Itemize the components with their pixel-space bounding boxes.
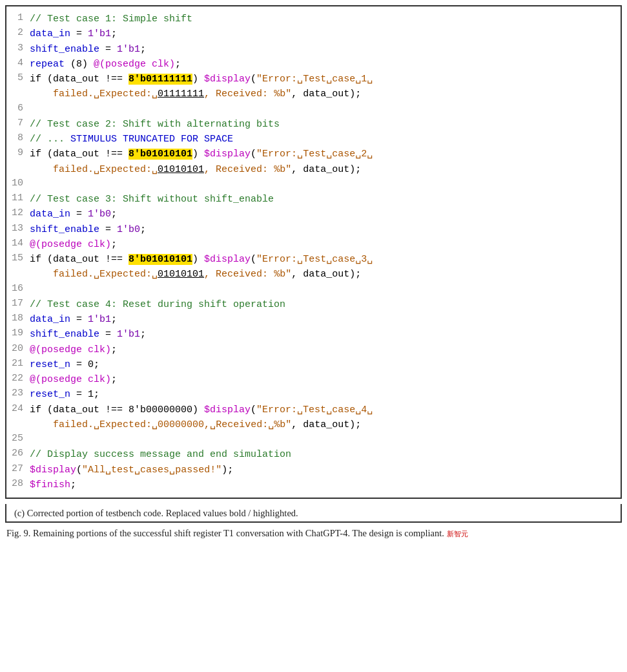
line-number: 10 xyxy=(6,177,30,192)
line-code: // Test case 4: Reset during shift opera… xyxy=(30,297,621,312)
caption-label: (c) Corrected portion of testbench code.… xyxy=(14,508,613,519)
table-row: 16 xyxy=(6,282,621,297)
line-code: data_in = 1'b1; xyxy=(30,312,621,327)
caption-box: (c) Corrected portion of testbench code.… xyxy=(5,504,622,523)
table-row: 3 shift_enable = 1'b1; xyxy=(6,42,621,57)
line-code: failed.␣Expected:␣00000000,␣Received:␣%b… xyxy=(30,417,621,432)
line-code: data_in = 1'b0; xyxy=(30,207,621,222)
line-number: 6 xyxy=(6,102,30,117)
fig-caption: Fig. 9. Remaining portions of the succes… xyxy=(5,523,622,539)
table-row: 28 $finish; xyxy=(6,478,621,492)
table-row: 7 // Test case 2: Shift with alternating… xyxy=(6,117,621,132)
line-code: $display("All␣test␣cases␣passed!"); xyxy=(30,463,621,478)
line-code: // Test case 1: Simple shift xyxy=(30,12,621,26)
line-code: // Test case 3: Shift without shift_enab… xyxy=(30,192,621,207)
line-code xyxy=(30,102,621,117)
line-code: // Test case 2: Shift with alternating b… xyxy=(30,117,621,132)
line-code: repeat (8) @(posedge clk); xyxy=(30,57,621,72)
table-row: 24 if (data_out !== 8'b00000000) $displa… xyxy=(6,403,621,417)
line-code: failed.␣Expected:␣01010101, Received: %b… xyxy=(30,267,621,282)
line-code: reset_n = 0; xyxy=(30,357,621,372)
line-number: 21 xyxy=(6,357,30,372)
line-number: 3 xyxy=(6,42,30,57)
line-number: 25 xyxy=(6,432,30,447)
table-row: 1 // Test case 1: Simple shift xyxy=(6,12,621,26)
line-code: shift_enable = 1'b1; xyxy=(30,327,621,342)
line-number: 19 xyxy=(6,327,30,342)
line-code: @(posedge clk); xyxy=(30,372,621,387)
line-number: 27 xyxy=(6,463,30,478)
code-table: 1 // Test case 1: Simple shift 2 data_in… xyxy=(6,12,621,492)
table-row: failed.␣Expected:␣00000000,␣Received:␣%b… xyxy=(6,417,621,432)
table-row: 2 data_in = 1'b1; xyxy=(6,26,621,41)
table-row: 22 @(posedge clk); xyxy=(6,372,621,387)
line-number: 8 xyxy=(6,132,30,147)
line-code: if (data_out !== 8'b01010101) $display("… xyxy=(30,252,621,267)
table-row: 12 data_in = 1'b0; xyxy=(6,207,621,222)
line-number: 9 xyxy=(6,147,30,162)
table-row: 9 if (data_out !== 8'b01010101) $display… xyxy=(6,147,621,162)
table-row: 17 // Test case 4: Reset during shift op… xyxy=(6,297,621,312)
line-number: 20 xyxy=(6,342,30,357)
line-number: 17 xyxy=(6,297,30,312)
table-row: 21 reset_n = 0; xyxy=(6,357,621,372)
code-block: 1 // Test case 1: Simple shift 2 data_in… xyxy=(5,5,622,499)
table-row: 8 // ... STIMULUS TRUNCATED FOR SPACE xyxy=(6,132,621,147)
table-row: 5 if (data_out !== 8'b01111111) $display… xyxy=(6,72,621,87)
line-number xyxy=(6,162,30,177)
line-number: 16 xyxy=(6,282,30,297)
table-row: 25 xyxy=(6,432,621,447)
table-row: 11 // Test case 3: Shift without shift_e… xyxy=(6,192,621,207)
line-code: shift_enable = 1'b1; xyxy=(30,42,621,57)
line-code: shift_enable = 1'b0; xyxy=(30,222,621,237)
line-number xyxy=(6,417,30,432)
table-row: 18 data_in = 1'b1; xyxy=(6,312,621,327)
line-number: 22 xyxy=(6,372,30,387)
line-number: 2 xyxy=(6,26,30,41)
line-number: 12 xyxy=(6,207,30,222)
line-number xyxy=(6,87,30,101)
line-code: failed.␣Expected:␣01010101, Received: %b… xyxy=(30,162,621,177)
fig-caption-text: Fig. 9. Remaining portions of the succes… xyxy=(6,528,444,538)
table-row: 6 xyxy=(6,102,621,117)
line-code: // Display success message and end simul… xyxy=(30,447,621,462)
line-number: 7 xyxy=(6,117,30,132)
line-code: if (data_out !== 8'b01111111) $display("… xyxy=(30,72,621,87)
line-code: reset_n = 1; xyxy=(30,387,621,402)
line-code xyxy=(30,282,621,297)
page-container: 1 // Test case 1: Simple shift 2 data_in… xyxy=(0,0,627,544)
table-row: 27 $display("All␣test␣cases␣passed!"); xyxy=(6,463,621,478)
line-code: if (data_out !== 8'b01010101) $display("… xyxy=(30,147,621,162)
table-row: failed.␣Expected:␣01010101, Received: %b… xyxy=(6,267,621,282)
line-code xyxy=(30,432,621,447)
line-number: 24 xyxy=(6,403,30,417)
line-number: 11 xyxy=(6,192,30,207)
table-row: failed.␣Expected:␣01010101, Received: %b… xyxy=(6,162,621,177)
line-number: 4 xyxy=(6,57,30,72)
line-number: 28 xyxy=(6,478,30,492)
line-code: data_in = 1'b1; xyxy=(30,26,621,41)
line-number: 15 xyxy=(6,252,30,267)
line-number: 23 xyxy=(6,387,30,402)
line-number: 13 xyxy=(6,222,30,237)
line-code: // ... STIMULUS TRUNCATED FOR SPACE xyxy=(30,132,621,147)
table-row: 15 if (data_out !== 8'b01010101) $displa… xyxy=(6,252,621,267)
table-row: 14 @(posedge clk); xyxy=(6,237,621,252)
table-row: 19 shift_enable = 1'b1; xyxy=(6,327,621,342)
line-number: 26 xyxy=(6,447,30,462)
table-row: 13 shift_enable = 1'b0; xyxy=(6,222,621,237)
table-row: 26 // Display success message and end si… xyxy=(6,447,621,462)
line-number: 14 xyxy=(6,237,30,252)
table-row: failed.␣Expected:␣01111111, Received: %b… xyxy=(6,87,621,101)
table-row: 23 reset_n = 1; xyxy=(6,387,621,402)
table-row: 20 @(posedge clk); xyxy=(6,342,621,357)
line-code: $finish; xyxy=(30,478,621,492)
line-number xyxy=(6,267,30,282)
table-row: 10 xyxy=(6,177,621,192)
line-number: 18 xyxy=(6,312,30,327)
line-code xyxy=(30,177,621,192)
line-number: 1 xyxy=(6,12,30,26)
table-row: 4 repeat (8) @(posedge clk); xyxy=(6,57,621,72)
line-number: 5 xyxy=(6,72,30,87)
line-code: @(posedge clk); xyxy=(30,237,621,252)
